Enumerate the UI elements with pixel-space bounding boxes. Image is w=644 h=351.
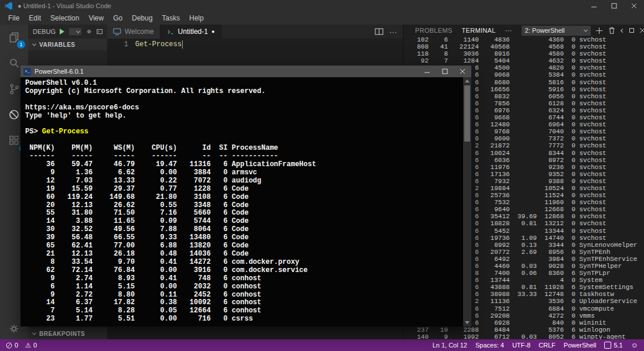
scrollbar-thumb[interactable] [464,85,470,142]
code-text: Get-Process [135,40,181,49]
editor-more-actions-icon[interactable]: ··· [389,27,397,36]
panel-more-actions-icon[interactable]: ··· [505,26,512,35]
debug-view-title: DEBUG [33,28,56,35]
powershell-scrollbar[interactable] [463,77,471,326]
panel-header: PROBLEMS TERMINAL ··· 2: PowerShell [403,25,644,36]
tab-untitled-1[interactable]: Untitled-1 ● [160,25,221,39]
tab-problems[interactable]: PROBLEMS [415,27,453,34]
powershell-session-icon [604,342,611,349]
powershell-file-icon [166,28,174,36]
explorer-badge: 1 [17,40,25,49]
indentation-status[interactable]: Spaces: 4 [475,342,504,349]
breakpoints-section-header[interactable]: BREAKPOINTS [28,328,107,339]
menu-item-tasks[interactable]: Tasks [157,14,185,22]
language-mode-status[interactable]: PowerShell [564,342,597,349]
ps-prompt-line: PS> Get-Process [25,128,463,136]
warnings-status[interactable]: ⚠ 0 [25,342,37,349]
explorer-icon[interactable]: 1 [0,25,28,50]
warning-count: 0 [33,342,37,349]
warning-icon: ⚠ [25,342,31,349]
ps-command: Get-Process [42,128,88,136]
errors-status[interactable]: 0 [6,342,18,349]
error-count: 0 [15,342,18,349]
tab-untitled-1-label: Untitled-1 [178,27,208,36]
chevron-down-icon [76,29,80,33]
powershell-window-title: PowerShell-6.0.1 [35,68,84,75]
new-terminal-icon[interactable] [596,27,602,34]
menu-item-help[interactable]: Help [184,14,208,22]
welcome-tab-icon [113,27,121,36]
window-controls [584,0,644,12]
maximize-panel-icon[interactable] [629,28,634,33]
close-button[interactable] [624,0,644,12]
debug-start-icon[interactable] [60,29,64,35]
debug-settings-gear-icon[interactable] [86,27,92,36]
encoding-status[interactable]: UTF-8 [512,342,530,349]
tab-welcome-label: Welcome [125,27,154,36]
menu-item-selection[interactable]: Selection [46,14,84,22]
scroll-down-icon[interactable] [465,321,470,324]
vscode-logo-icon [5,2,13,10]
powershell-window-titlebar[interactable]: >_ PowerShell-6.0.1 [20,66,471,77]
powershell-session-status[interactable]: 5.1 [604,342,622,349]
tab-welcome[interactable]: Welcome [107,25,160,39]
powershell-window-controls [419,66,471,77]
cursor-position-status[interactable]: Ln 1, Col 12 [433,342,467,349]
terminal-actions: 2: PowerShell [522,26,644,36]
chevron-down-icon [32,42,36,46]
menu-bar: File Edit Selection View Go Debug Tasks … [0,12,644,25]
minimize-button[interactable] [419,66,436,77]
tab-terminal[interactable]: TERMINAL [462,27,496,34]
editor-tab-bar: Welcome Untitled-1 ● ··· [107,25,403,39]
debug-config-dropdown[interactable] [68,27,82,36]
menu-item-view[interactable]: View [84,14,108,22]
window-title: ● Untitled-1 - Visual Studio Code [18,2,111,9]
status-bar-right: Ln 1, Col 12 Spaces: 4 UTF-8 CRLF PowerS… [433,341,638,349]
dirty-indicator[interactable]: ● [211,29,214,35]
ps-table: NPM(K) PM(M) WS(M) CPU(s) Id SI ProcessN… [25,144,463,324]
terminal-select[interactable]: 2: PowerShell [522,26,591,36]
menu-item-file[interactable]: File [4,14,24,22]
scroll-up-icon[interactable] [465,80,470,82]
menu-item-go[interactable]: Go [108,14,127,22]
chevron-down-icon [584,27,588,32]
powershell-session-version: 5.1 [614,342,622,349]
ps-banner: PowerShell v6.0.1 Copyright (c) Microsof… [25,80,463,121]
powershell-console[interactable]: PowerShell v6.0.1 Copyright (c) Microsof… [20,77,463,326]
debug-console-icon[interactable] [97,28,102,35]
text-cursor [182,40,183,49]
minimize-button[interactable] [584,0,604,12]
error-icon [6,342,12,349]
breakpoints-section-label: BREAKPOINTS [39,331,85,337]
eol-status[interactable]: CRLF [539,342,556,349]
menu-item-edit[interactable]: Edit [24,14,46,22]
close-button[interactable] [454,66,471,77]
editor-actions: ··· [375,25,403,39]
variables-section-label: VARIABLES [39,42,76,48]
close-panel-icon[interactable] [639,27,644,33]
feedback-smiley-icon[interactable]: ☺ [631,341,638,349]
chevron-down-icon [32,331,36,335]
powershell-window: >_ PowerShell-6.0.1 PowerShell v6.0.1 Co… [20,66,471,326]
chevron-left-icon[interactable] [621,28,625,32]
maximize-button[interactable] [436,66,454,77]
title-bar: ● Untitled-1 - Visual Studio Code [0,0,644,12]
menu-item-debug[interactable]: Debug [127,14,157,22]
debug-toolbar: DEBUG [28,25,107,39]
ps-prompt: PS> [25,128,42,136]
line-number: 1 [107,40,128,49]
variables-section-header[interactable]: VARIABLES [28,39,107,50]
kill-terminal-trash-icon[interactable] [608,26,616,35]
powershell-window-icon: >_ [23,68,31,75]
status-bar: 0 ⚠ 0 Ln 1, Col 12 Spaces: 4 UTF-8 CRLF … [0,339,644,351]
code-line-1: 1 Get-Process [107,40,183,49]
terminal-select-value: 2: PowerShell [525,27,565,34]
split-editor-icon[interactable] [375,27,383,36]
maximize-button[interactable] [604,0,624,12]
